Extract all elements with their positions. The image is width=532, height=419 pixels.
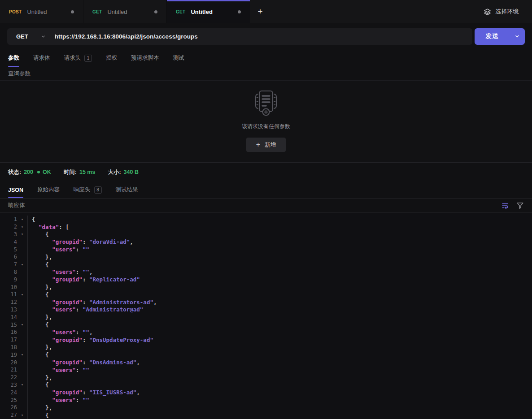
- json-string: "doraVdi-ad": [89, 238, 130, 245]
- json-string: "": [83, 397, 89, 403]
- request-subtab-auth[interactable]: 授权: [106, 49, 117, 67]
- code-line: 15▾ {: [0, 321, 532, 328]
- json-key: "users": [52, 268, 76, 275]
- status-text: OK: [43, 169, 51, 175]
- send-options-chevron-icon[interactable]: [510, 34, 525, 39]
- url-input[interactable]: [55, 28, 472, 45]
- code-line: 1▾{: [0, 216, 532, 223]
- tab-label: JSON: [8, 187, 23, 193]
- send-button[interactable]: 发送: [475, 28, 525, 45]
- json-punctuation: [32, 299, 52, 306]
- json-punctuation: {: [32, 291, 49, 298]
- fold-toggle-icon[interactable]: ▾: [17, 217, 27, 221]
- json-punctuation: [32, 359, 52, 366]
- line-content: },: [27, 344, 532, 351]
- tab-label: 参数: [8, 54, 19, 62]
- fold-toggle-icon[interactable]: ▾: [17, 232, 27, 236]
- line-content: "groupid": "IIS_IUSRS-ad",: [27, 389, 532, 396]
- fold-toggle-icon[interactable]: ▾: [17, 353, 27, 357]
- tab-label: 原始内容: [37, 186, 60, 194]
- fold-toggle-icon[interactable]: ▾: [17, 383, 27, 387]
- code-line: 25 "users": "": [0, 396, 532, 404]
- time-value: 15 ms: [79, 169, 95, 175]
- json-string: "Administrator@ad": [83, 306, 143, 313]
- code-line: 26 },: [0, 404, 532, 411]
- fold-toggle-icon[interactable]: ▾: [17, 293, 27, 297]
- response-subtab-headers[interactable]: 响应头8: [74, 181, 102, 198]
- plus-icon: +: [256, 141, 260, 148]
- request-subtab-params[interactable]: 参数: [8, 49, 19, 67]
- code-line: 12 "groupid": "Administrators-ad",: [0, 298, 532, 306]
- response-body-row: 响应体: [0, 199, 532, 213]
- request-subtab-pre-request-script[interactable]: 预请求脚本: [131, 49, 159, 67]
- json-punctuation: },: [32, 284, 52, 290]
- line-number: 21: [0, 367, 17, 373]
- response-subtab-json[interactable]: JSON: [8, 181, 23, 198]
- response-subtab-test-results[interactable]: 测试结果: [116, 181, 138, 198]
- add-param-button[interactable]: + 新增: [246, 138, 286, 152]
- fold-toggle-icon[interactable]: ▾: [17, 413, 27, 417]
- response-section-tabs: JSON原始内容响应头8测试结果: [0, 181, 532, 199]
- json-key: "users": [52, 329, 76, 336]
- tab-badge: 8: [94, 186, 102, 194]
- request-subtab-headers[interactable]: 请求头1: [64, 49, 92, 67]
- environment-label: 选择环境: [495, 8, 519, 16]
- line-number: 7: [0, 261, 17, 268]
- fold-toggle-icon[interactable]: ▾: [17, 263, 27, 267]
- json-punctuation: },: [32, 344, 52, 350]
- code-line: 19▾ {: [0, 351, 532, 359]
- json-key: "groupid": [52, 299, 83, 306]
- method-dropdown[interactable]: GET: [7, 28, 55, 45]
- wrap-lines-icon[interactable]: [501, 202, 509, 210]
- json-punctuation: [32, 224, 39, 230]
- json-key: "groupid": [52, 359, 83, 366]
- code-line: 21 "users": "": [0, 366, 532, 374]
- json-string: "": [83, 329, 89, 336]
- json-key: "data": [39, 224, 59, 230]
- json-punctuation: [32, 397, 52, 403]
- json-punctuation: :: [83, 238, 89, 245]
- fold-toggle-icon[interactable]: ▾: [17, 323, 27, 327]
- json-key: "users": [52, 306, 76, 313]
- line-content: "users": "": [27, 366, 532, 374]
- fold-toggle-icon[interactable]: ▾: [17, 225, 27, 229]
- json-punctuation: :: [76, 306, 83, 313]
- json-punctuation: },: [32, 314, 52, 320]
- json-string: "": [83, 268, 89, 275]
- json-string: "": [83, 367, 89, 373]
- code-line: 23▾ {: [0, 381, 532, 389]
- request-subtab-body[interactable]: 请求体: [33, 49, 50, 67]
- line-number: 23: [0, 382, 17, 388]
- json-key: "users": [52, 246, 76, 253]
- code-line: 9 "groupid": "Replicator-ad": [0, 276, 532, 283]
- request-tab-0[interactable]: POSTUntitled: [0, 0, 83, 23]
- line-content: "users": "Administrator@ad": [27, 306, 532, 314]
- tab-label: 测试结果: [116, 186, 138, 194]
- send-label: 发送: [475, 32, 510, 40]
- code-line: 27▾ {: [0, 411, 532, 419]
- line-content: "groupid": "Administrators-ad",: [27, 298, 532, 306]
- tab-label: 请求体: [33, 54, 50, 62]
- code-line: 22 },: [0, 374, 532, 381]
- json-punctuation: ,: [130, 238, 133, 245]
- environment-selector[interactable]: 选择环境: [470, 0, 532, 23]
- line-content: {: [27, 321, 532, 328]
- tab-label: 测试: [173, 54, 184, 62]
- response-subtab-raw[interactable]: 原始内容: [37, 181, 60, 198]
- request-subtab-tests[interactable]: 测试: [173, 49, 184, 67]
- json-punctuation: {: [32, 231, 49, 238]
- request-tab-2[interactable]: GETUntitled: [167, 0, 250, 23]
- app-window: POSTUntitledGETUntitledGETUntitled + 选择环…: [0, 0, 532, 419]
- code-line: 10 },: [0, 283, 532, 291]
- code-line: 20 "groupid": "DnsAdmins-ad",: [0, 359, 532, 366]
- new-tab-button[interactable]: +: [250, 0, 270, 23]
- line-content: "users": "": [27, 246, 532, 253]
- code-line: 17 "groupid": "DnsUpdateProxy-ad": [0, 336, 532, 344]
- filter-icon[interactable]: [516, 202, 524, 209]
- json-string: "DnsAdmins-ad": [89, 359, 136, 366]
- json-punctuation: },: [32, 374, 52, 381]
- line-number: 5: [0, 246, 17, 253]
- line-number: 11: [0, 291, 17, 298]
- response-json-viewer[interactable]: 1▾{2▾ "data": [3▾ {4 "groupid": "doraVdi…: [0, 213, 532, 419]
- request-tab-1[interactable]: GETUntitled: [83, 0, 167, 23]
